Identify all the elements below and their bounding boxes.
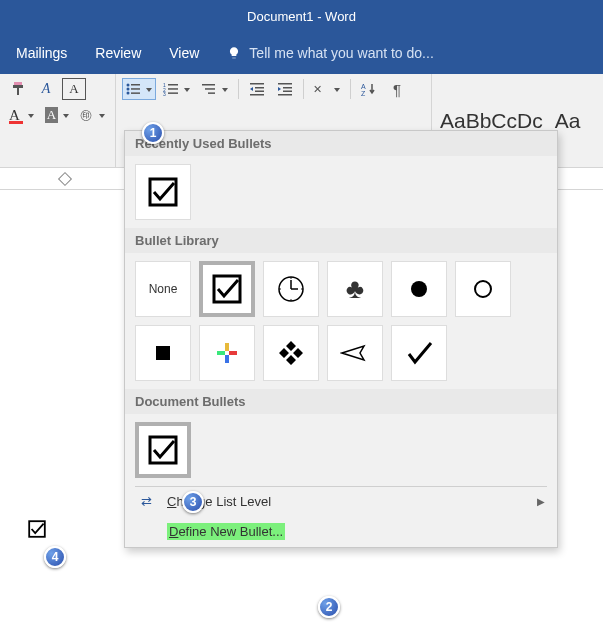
- svg-text:A: A: [361, 83, 366, 90]
- title-bar: Document1 - Word: [0, 0, 603, 32]
- enclose-char-button[interactable]: ㊞: [77, 104, 109, 126]
- svg-text:Z: Z: [361, 90, 366, 96]
- svg-rect-20: [283, 87, 292, 89]
- svg-rect-14: [208, 92, 215, 94]
- svg-rect-7: [168, 84, 178, 86]
- character-border-button[interactable]: A: [62, 78, 86, 100]
- document-title: Document1 - Word: [247, 9, 356, 24]
- bullet-arrow[interactable]: [327, 325, 383, 381]
- tab-view[interactable]: View: [169, 45, 199, 61]
- svg-point-32: [290, 277, 292, 279]
- document-bullets-row: [125, 414, 557, 486]
- bullet-square[interactable]: [135, 325, 191, 381]
- svg-text:✕: ✕: [313, 83, 322, 95]
- tell-me-search[interactable]: Tell me what you want to do...: [227, 45, 433, 61]
- submenu-arrow-icon: ▶: [537, 496, 545, 507]
- svg-rect-1: [131, 84, 140, 86]
- svg-rect-17: [255, 91, 264, 93]
- tab-review[interactable]: Review: [95, 45, 141, 61]
- bullets-button[interactable]: [122, 78, 156, 100]
- svg-rect-12: [202, 84, 215, 86]
- bullet-library-row-2: [125, 325, 557, 389]
- clear-formatting-button[interactable]: A: [34, 78, 58, 100]
- change-level-icon: ⇄: [137, 494, 155, 509]
- svg-point-0: [127, 84, 130, 87]
- multilevel-list-button[interactable]: [198, 78, 232, 100]
- svg-point-34: [290, 299, 292, 301]
- text-highlight-button[interactable]: A: [42, 104, 74, 126]
- annotation-badge-4: 4: [44, 546, 66, 568]
- asian-layout-button[interactable]: ✕: [310, 78, 344, 100]
- tell-me-placeholder: Tell me what you want to do...: [249, 45, 433, 61]
- bullet-checkbox[interactable]: [135, 422, 191, 478]
- bullet-library-row-1: None ♣: [125, 253, 557, 325]
- separator: [303, 79, 304, 99]
- bullet-checkmark[interactable]: [391, 325, 447, 381]
- lightbulb-icon: [227, 46, 241, 60]
- svg-rect-5: [131, 92, 140, 94]
- decrease-indent-button[interactable]: [245, 78, 269, 100]
- format-painter-button[interactable]: [6, 78, 30, 100]
- style-preview-2[interactable]: Aa: [555, 109, 581, 133]
- svg-rect-19: [278, 83, 292, 85]
- bullet-library-header: Bullet Library: [125, 228, 557, 253]
- show-hide-button[interactable]: ¶: [385, 78, 409, 100]
- svg-point-4: [127, 92, 130, 95]
- sort-button[interactable]: AZ: [357, 78, 381, 100]
- svg-rect-13: [205, 88, 215, 90]
- numbering-button[interactable]: 123: [160, 78, 194, 100]
- font-color-button[interactable]: A: [6, 104, 38, 126]
- svg-rect-38: [217, 351, 225, 355]
- svg-point-35: [279, 288, 281, 290]
- svg-rect-22: [278, 94, 292, 96]
- svg-rect-39: [229, 351, 237, 355]
- svg-point-33: [301, 288, 303, 290]
- bullet-club[interactable]: ♣: [327, 261, 383, 317]
- define-new-bullet-label: Define New Bullet...: [167, 523, 285, 540]
- svg-rect-3: [131, 88, 140, 90]
- bullet-clock[interactable]: [263, 261, 319, 317]
- document-bullets-header: Document Bullets: [125, 389, 557, 414]
- annotation-badge-1: 1: [142, 122, 164, 144]
- document-bullet-checkbox: [28, 520, 48, 540]
- bullet-fourdiamond[interactable]: [263, 325, 319, 381]
- ribbon-tabs: Mailings Review View Tell me what you wa…: [0, 32, 603, 74]
- svg-point-2: [127, 88, 130, 91]
- bullet-fourcolor[interactable]: [199, 325, 255, 381]
- bullet-circle[interactable]: [455, 261, 511, 317]
- svg-rect-9: [168, 88, 178, 90]
- font-group: A A A A ㊞: [0, 74, 116, 167]
- svg-rect-15: [250, 83, 264, 85]
- tab-mailings[interactable]: Mailings: [16, 45, 67, 61]
- indent-marker[interactable]: [58, 171, 72, 185]
- bullet-checkbox[interactable]: [199, 261, 255, 317]
- svg-text:3: 3: [163, 91, 166, 96]
- bullet-disc[interactable]: [391, 261, 447, 317]
- define-new-bullet-item[interactable]: Define New Bullet...: [125, 516, 557, 547]
- svg-rect-21: [283, 91, 292, 93]
- annotation-badge-2: 2: [318, 596, 340, 618]
- svg-rect-37: [225, 355, 229, 363]
- svg-rect-11: [168, 92, 178, 94]
- increase-indent-button[interactable]: [273, 78, 297, 100]
- bullet-checkbox[interactable]: [135, 164, 191, 220]
- svg-rect-36: [225, 343, 229, 351]
- recent-bullets-header: Recently Used Bullets: [125, 131, 557, 156]
- bullets-dropdown: Recently Used Bullets Bullet Library Non…: [124, 130, 558, 548]
- annotation-badge-3: 3: [182, 491, 204, 513]
- separator: [238, 79, 239, 99]
- recent-bullets-row: [125, 156, 557, 228]
- svg-rect-18: [250, 94, 264, 96]
- bullet-none[interactable]: None: [135, 261, 191, 317]
- svg-rect-16: [255, 87, 264, 89]
- separator: [350, 79, 351, 99]
- style-preview-1[interactable]: AaBbCcDc: [440, 109, 543, 133]
